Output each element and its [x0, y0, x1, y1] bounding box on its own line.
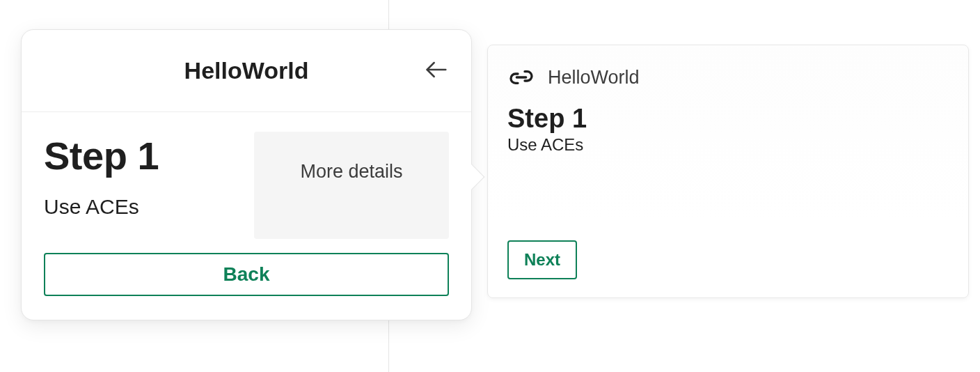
action-card-step-title: Step 1: [507, 104, 949, 134]
more-details-label: More details: [300, 161, 402, 183]
action-card: HelloWorld Step 1 Use ACEs Next: [487, 45, 969, 298]
popover-step-subtitle: Use ACEs: [44, 195, 159, 219]
back-arrow-button[interactable]: [421, 56, 452, 86]
popover-title: HelloWorld: [184, 57, 309, 84]
back-button[interactable]: Back: [44, 253, 449, 296]
next-button[interactable]: Next: [507, 240, 577, 279]
action-card-app-name: HelloWorld: [548, 67, 640, 88]
popover-step-title: Step 1: [44, 133, 159, 178]
more-details-panel[interactable]: More details: [254, 132, 449, 239]
popover-step-row: Step 1 Use ACEs More details: [44, 133, 449, 239]
action-card-step-subtitle: Use ACEs: [507, 135, 949, 155]
popover-header: HelloWorld: [22, 30, 471, 112]
action-card-header: HelloWorld: [507, 63, 949, 91]
arrow-left-icon: [422, 56, 450, 86]
app-icon: [507, 63, 535, 91]
popover-step-text: Step 1 Use ACEs: [44, 133, 159, 219]
popover-body: Step 1 Use ACEs More details Back: [22, 112, 471, 320]
popover-panel: HelloWorld Step 1 Use ACEs More details …: [21, 29, 472, 320]
